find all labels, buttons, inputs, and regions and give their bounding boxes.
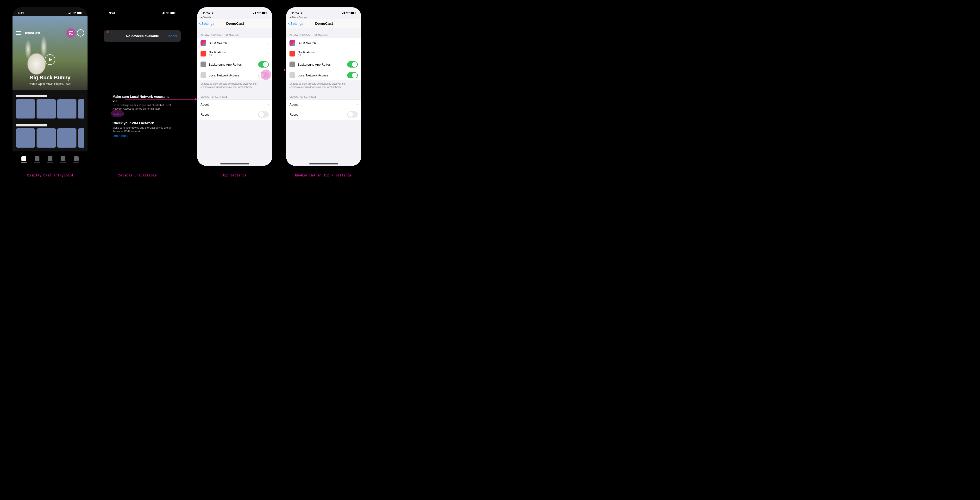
location-icon [212, 12, 213, 14]
breadcrumb[interactable]: ◀ DemoCast app [286, 16, 361, 19]
status-icons [161, 12, 175, 14]
tile-row[interactable] [16, 99, 84, 119]
row-label: About [200, 103, 265, 106]
row-lna[interactable]: Local Network Access [197, 70, 272, 81]
content-tile[interactable] [78, 129, 84, 148]
row-about[interactable]: About › [197, 100, 272, 109]
row-label: Siri & Search [209, 41, 265, 45]
svg-rect-5 [171, 12, 175, 14]
row-reset[interactable]: Reset [197, 109, 272, 120]
svg-rect-2 [82, 13, 82, 13]
modal-title: No devices available [118, 34, 166, 38]
row-label: Reset [290, 113, 345, 116]
row-siri[interactable]: Siri & Search › [286, 38, 361, 48]
svg-rect-8 [262, 12, 266, 14]
app-topbar: DemoCast [13, 27, 88, 38]
row-title-placeholder [16, 124, 47, 127]
help-lna-title: Make sure Local Network Access is on [113, 95, 172, 102]
nav-bar: ‹ Settings DemoCast [197, 19, 272, 29]
svg-rect-6 [175, 13, 175, 13]
location-icon [300, 12, 302, 14]
siri-icon [200, 40, 206, 46]
content-tile[interactable] [78, 99, 84, 119]
caption-b: Devices unavailable [111, 173, 164, 178]
app-icon [200, 72, 206, 78]
nav-title: DemoCast [289, 21, 359, 25]
status-bar: 11:57 [286, 7, 361, 16]
hero-area: DemoCast Big Buck Bunny Peach Open Movie… [13, 16, 88, 90]
nav-title: DemoCast [200, 21, 270, 25]
tab-item[interactable] [48, 156, 52, 161]
bg-refresh-toggle[interactable] [347, 61, 358, 68]
nav-bar: ‹ Settings DemoCast [286, 19, 361, 29]
cancel-button[interactable]: Cancel [166, 34, 177, 38]
svg-rect-12 [355, 13, 356, 13]
screen-app-settings-on: 11:57 ◀ DemoCast app ‹ Settings DemoCast… [286, 7, 361, 166]
section-header-access: ALLOW DEMOCAST TO ACCESS [197, 29, 272, 38]
tab-item[interactable] [60, 156, 65, 161]
status-bar: 9:41 [104, 7, 181, 16]
row-label: Notifications Off [209, 51, 265, 57]
help-content: Make sure Local Network Access is on Go … [113, 95, 172, 138]
app-icon [290, 72, 295, 78]
tile-row[interactable] [16, 129, 84, 148]
row-reset[interactable]: Reset [286, 109, 361, 120]
status-icons [68, 12, 82, 14]
help-lna-body: Go to Settings on this phone and check t… [113, 103, 172, 111]
section-header-access: ALLOW DEMOCAST TO ACCESS [286, 29, 361, 38]
row-label: Background App Refresh [298, 63, 345, 66]
reset-toggle[interactable] [258, 111, 269, 117]
content-tile[interactable] [37, 99, 56, 119]
menu-icon[interactable] [16, 31, 21, 35]
gear-icon [290, 62, 295, 67]
row-label: About [290, 103, 354, 106]
svg-rect-11 [351, 12, 355, 14]
content-tile[interactable] [57, 99, 76, 119]
tab-item[interactable] [74, 156, 79, 161]
row-bg-refresh[interactable]: Background App Refresh [286, 59, 361, 70]
content-tile[interactable] [16, 129, 35, 148]
content-tile[interactable] [37, 129, 56, 148]
row-notifications[interactable]: Notifications Off › [286, 48, 361, 59]
chevron-right-icon: › [267, 41, 269, 45]
home-indicator[interactable] [309, 163, 338, 164]
bg-refresh-toggle[interactable] [258, 61, 269, 68]
section-header-app: DEMOCAST SETTINGS [197, 90, 272, 100]
screen-app-settings-off: 11:57 ◀ Search ‹ Settings DemoCast ALLOW… [197, 7, 272, 166]
tab-item[interactable] [35, 156, 40, 161]
gear-icon [200, 62, 206, 67]
row-label: Notifications Off [298, 51, 354, 57]
row-siri[interactable]: Siri & Search › [197, 38, 272, 48]
row-label: Local Network Access [298, 73, 345, 77]
profile-icon[interactable] [77, 29, 84, 37]
row-title-placeholder [16, 95, 47, 97]
caption-c: App Settings [212, 173, 257, 178]
hero-title: Big Buck Bunny [13, 75, 88, 81]
notifications-icon [290, 51, 295, 57]
play-button[interactable] [45, 54, 55, 65]
breadcrumb[interactable]: ◀ Search [197, 16, 272, 19]
device-picker-header: No devices available Cancel [104, 30, 181, 42]
reset-toggle[interactable] [347, 111, 358, 117]
home-indicator[interactable] [220, 163, 249, 164]
status-time: 11:57 [202, 11, 213, 15]
row-about[interactable]: About › [286, 100, 361, 109]
row-lna[interactable]: Local Network Access [286, 70, 361, 81]
chevron-right-icon: › [356, 41, 358, 45]
content-tile[interactable] [16, 99, 35, 119]
lna-toggle[interactable] [347, 72, 358, 78]
settings-link[interactable]: Settings [113, 113, 124, 116]
cast-button[interactable] [67, 29, 75, 37]
row-label: Reset [200, 113, 256, 116]
row-notifications[interactable]: Notifications Off › [197, 48, 272, 59]
row-bg-refresh[interactable]: Background App Refresh [197, 59, 272, 70]
tab-item[interactable] [21, 156, 26, 161]
svg-rect-9 [266, 13, 267, 13]
content-tile[interactable] [57, 129, 76, 148]
status-bar: 11:57 [197, 7, 272, 16]
learn-more-link[interactable]: Learn more [113, 134, 128, 138]
help-wifi-body: Make sure your device and the Cast devic… [113, 126, 172, 133]
row-label: Background App Refresh [209, 63, 256, 66]
lna-toggle[interactable] [258, 72, 269, 78]
svg-rect-1 [78, 12, 81, 14]
